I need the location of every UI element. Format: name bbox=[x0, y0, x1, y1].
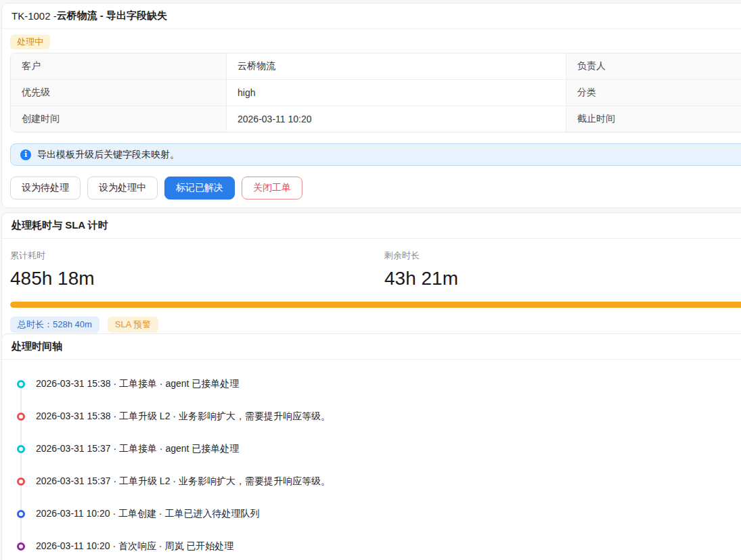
timeline-dot-icon bbox=[17, 380, 25, 388]
field-label-priority: 优先级 bbox=[11, 80, 226, 106]
timeline-dot-icon bbox=[17, 445, 25, 453]
field-label-deadline: 截止时间 bbox=[566, 106, 741, 132]
timeline-dot-icon bbox=[17, 510, 25, 518]
timeline-item: 2026-03-31 15:37 · 工单升级 L2 · 业务影响扩大，需要提升… bbox=[10, 465, 741, 498]
ticket-subject: 云桥物流 - 导出字段缺失 bbox=[57, 9, 167, 22]
ticket-info-table: 客户 云桥物流 负责人 优先级 high 分类 创建时间 2026-03-11 … bbox=[10, 53, 741, 133]
ticket-card: TK-1002 - 云桥物流 - 导出字段缺失 处理中 客户 云桥物流 负责人 … bbox=[1, 3, 741, 208]
timeline-dot-icon bbox=[17, 477, 25, 486]
ticket-title: TK-1002 - 云桥物流 - 导出字段缺失 bbox=[2, 3, 741, 29]
remaining-value: 43h 21m bbox=[384, 268, 741, 289]
timeline-item: 2026-03-31 15:37 · 工单接单 · agent 已接单处理 bbox=[10, 433, 741, 465]
remaining-label: 剩余时长 bbox=[384, 250, 741, 262]
timeline-item: 2026-03-31 15:38 · 工单升级 L2 · 业务影响扩大，需要提升… bbox=[10, 400, 741, 433]
timeline-item: 2026-03-11 10:20 · 工单创建 · 工单已进入待处理队列 bbox=[10, 498, 741, 530]
timeline-card: 处理时间轴 2026-03-31 15:38 · 工单接单 · agent 已接… bbox=[1, 333, 741, 560]
timeline-item-text: 2026-03-31 15:38 · 工单升级 L2 · 业务影响扩大，需要提升… bbox=[36, 411, 330, 423]
field-value-priority: high bbox=[226, 80, 566, 106]
field-label-customer: 客户 bbox=[11, 53, 226, 79]
timeline-dot-icon bbox=[17, 542, 25, 551]
remaining-metric: 剩余时长 43h 21m bbox=[384, 250, 741, 289]
field-label-created: 创建时间 bbox=[11, 106, 226, 132]
elapsed-label: 累计耗时 bbox=[10, 250, 384, 262]
close-ticket-button[interactable]: 关闭工单 bbox=[242, 177, 302, 200]
set-pending-button[interactable]: 设为待处理 bbox=[10, 177, 81, 200]
sla-progress-fill bbox=[10, 302, 741, 308]
sla-card: 处理耗时与 SLA 计时 累计耗时 485h 18m 剩余时长 43h 21m … bbox=[1, 212, 741, 342]
timeline-section-title: 处理时间轴 bbox=[2, 334, 741, 360]
timeline-item: 2026-03-31 15:38 · 工单接单 · agent 已接单处理 bbox=[10, 368, 741, 400]
alert-text: 导出模板升级后关键字段未映射。 bbox=[37, 149, 179, 161]
table-row: 创建时间 2026-03-11 10:20 截止时间 bbox=[11, 106, 741, 132]
mark-resolved-button[interactable]: 标记已解决 bbox=[164, 177, 235, 200]
timeline-item-text: 2026-03-11 10:20 · 首次响应 · 周岚 已开始处理 bbox=[36, 540, 233, 553]
ticket-id: TK-1002 - bbox=[12, 10, 57, 22]
timeline-dot-icon bbox=[17, 413, 25, 421]
timeline-list: 2026-03-31 15:38 · 工单接单 · agent 已接单处理 20… bbox=[10, 365, 741, 560]
timeline-item: 2026-03-11 10:20 · 首次响应 · 周岚 已开始处理 bbox=[10, 530, 741, 560]
status-badge: 处理中 bbox=[10, 34, 50, 49]
field-label-assignee: 负责人 bbox=[566, 53, 741, 79]
sla-section-title: 处理耗时与 SLA 计时 bbox=[2, 213, 741, 239]
sla-warning-badge: SLA 预警 bbox=[108, 317, 158, 333]
field-value-created: 2026-03-11 10:20 bbox=[226, 106, 566, 132]
field-value-customer: 云桥物流 bbox=[226, 53, 566, 79]
table-row: 优先级 high 分类 bbox=[11, 79, 741, 106]
timeline-item-text: 2026-03-31 15:38 · 工单接单 · agent 已接单处理 bbox=[36, 378, 239, 390]
total-duration-badge: 总时长：528h 40m bbox=[10, 317, 99, 333]
info-alert: i 导出模板升级后关键字段未映射。 bbox=[10, 143, 741, 166]
field-label-category: 分类 bbox=[566, 80, 741, 106]
elapsed-value: 485h 18m bbox=[10, 268, 384, 289]
sla-progress-bar bbox=[10, 302, 741, 308]
timeline-item-text: 2026-03-31 15:37 · 工单接单 · agent 已接单处理 bbox=[36, 443, 239, 455]
timeline-item-text: 2026-03-11 10:20 · 工单创建 · 工单已进入待处理队列 bbox=[36, 508, 259, 520]
set-processing-button[interactable]: 设为处理中 bbox=[87, 177, 158, 200]
info-icon: i bbox=[20, 149, 31, 160]
timeline-item-text: 2026-03-31 15:37 · 工单升级 L2 · 业务影响扩大，需要提升… bbox=[36, 475, 330, 488]
elapsed-metric: 累计耗时 485h 18m bbox=[10, 250, 384, 289]
table-row: 客户 云桥物流 负责人 bbox=[11, 53, 741, 79]
action-bar: 设为待处理 设为处理中 标记已解决 关闭工单 bbox=[10, 177, 741, 200]
